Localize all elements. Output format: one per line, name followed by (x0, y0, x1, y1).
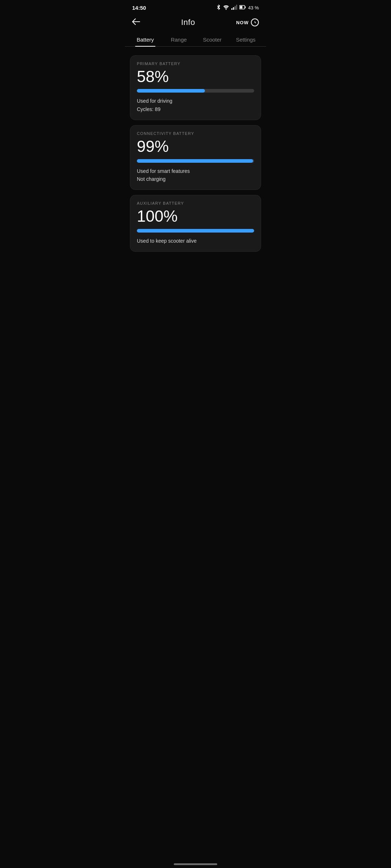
status-time: 14:50 (132, 5, 146, 11)
clock-icon (251, 18, 259, 26)
auxiliary-battery-percent: 100% (137, 208, 254, 225)
connectivity-battery-card: CONNECTIVITY BATTERY 99% Used for smart … (130, 125, 261, 190)
connectivity-battery-line1: Used for smart features (137, 167, 254, 175)
tab-range[interactable]: Range (162, 32, 196, 46)
bluetooth-icon (216, 4, 221, 11)
primary-battery-line1: Used for driving (137, 97, 254, 105)
wifi-icon (223, 5, 229, 11)
primary-battery-card: PRIMARY BATTERY 58% Used for driving Cyc… (130, 55, 261, 120)
auxiliary-battery-progress-fill (137, 229, 254, 233)
connectivity-battery-desc: Used for smart features Not charging (137, 167, 254, 183)
battery-content: PRIMARY BATTERY 58% Used for driving Cyc… (125, 52, 266, 255)
svg-rect-6 (245, 7, 246, 8)
svg-rect-3 (235, 6, 236, 10)
tab-bar: Battery Range Scooter Settings (125, 32, 266, 47)
svg-rect-2 (233, 7, 234, 10)
primary-battery-percent: 58% (137, 68, 254, 85)
connectivity-battery-progress-fill (137, 159, 253, 163)
top-nav: Info NOW (125, 14, 266, 32)
tab-settings[interactable]: Settings (229, 32, 263, 46)
auxiliary-battery-desc: Used to keep scooter alive (137, 237, 254, 245)
auxiliary-battery-line1: Used to keep scooter alive (137, 237, 254, 245)
svg-line-9 (255, 22, 256, 23)
auxiliary-battery-progress-container (137, 229, 254, 233)
svg-rect-1 (231, 8, 232, 10)
tab-battery[interactable]: Battery (129, 32, 162, 46)
battery-status-icon (239, 5, 246, 10)
auxiliary-battery-label: AUXILIARY BATTERY (137, 201, 254, 205)
now-label: NOW (236, 20, 249, 25)
primary-battery-progress-container (137, 89, 254, 93)
status-icons: 43 % (216, 4, 259, 11)
battery-percent-status: 43 % (248, 5, 259, 10)
signal-icon (231, 5, 237, 11)
connectivity-battery-label: CONNECTIVITY BATTERY (137, 131, 254, 136)
primary-battery-label: PRIMARY BATTERY (137, 61, 254, 66)
tab-scooter[interactable]: Scooter (196, 32, 229, 46)
svg-point-0 (226, 9, 227, 10)
back-button[interactable] (132, 18, 140, 27)
primary-battery-progress-fill (137, 89, 205, 93)
auxiliary-battery-card: AUXILIARY BATTERY 100% Used to keep scoo… (130, 195, 261, 252)
primary-battery-line2: Cycles: 89 (137, 105, 254, 113)
status-bar: 14:50 (125, 0, 266, 14)
connectivity-battery-progress-container (137, 159, 254, 163)
now-button[interactable]: NOW (236, 18, 259, 26)
connectivity-battery-line2: Not charging (137, 175, 254, 183)
svg-rect-7 (240, 6, 243, 9)
connectivity-battery-percent: 99% (137, 138, 254, 155)
svg-rect-4 (236, 5, 237, 10)
primary-battery-desc: Used for driving Cycles: 89 (137, 97, 254, 113)
page-title: Info (181, 18, 195, 27)
